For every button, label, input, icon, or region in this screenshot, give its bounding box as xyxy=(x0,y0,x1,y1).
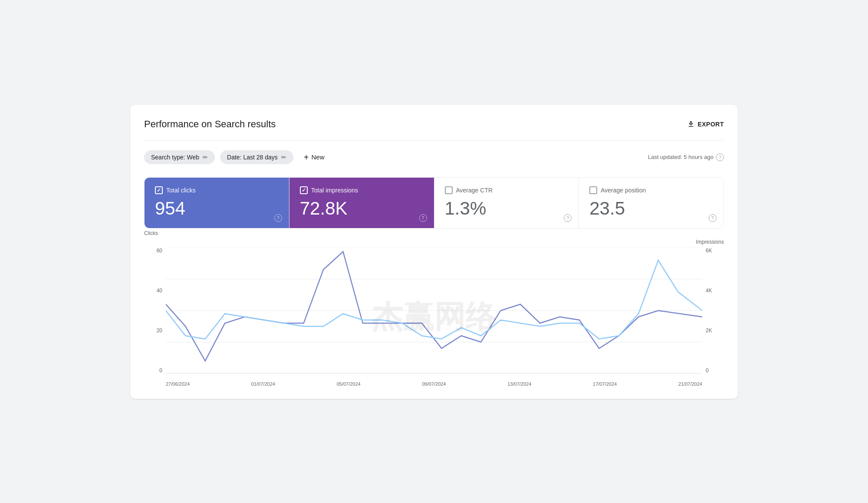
metric-total-clicks[interactable]: ✓ Total clicks 954 ? xyxy=(145,178,289,228)
metric-total-impressions[interactable]: ✓ Total impressions 72.8K ? xyxy=(289,178,434,228)
new-button[interactable]: + New xyxy=(299,149,330,165)
metric-average-position[interactable]: Average position 23.5 ? xyxy=(579,178,723,228)
average-position-value: 23.5 xyxy=(589,199,713,218)
edit-icon: ✏ xyxy=(203,154,208,161)
date-filter[interactable]: Date: Last 28 days ✏ xyxy=(220,150,293,164)
chart-svg xyxy=(166,248,702,374)
chart-area: Clicks Impressions 60 40 20 0 6K 4K 2K 0 xyxy=(144,239,724,387)
export-button[interactable]: EXPORT xyxy=(687,120,724,128)
chart-svg-container xyxy=(166,248,702,374)
average-ctr-help-icon[interactable]: ? xyxy=(564,214,572,222)
metrics-row: ✓ Total clicks 954 ? ✓ Total impressions… xyxy=(144,177,724,228)
x-axis-labels: 27/06/2024 01/07/2024 05/07/2024 09/07/2… xyxy=(166,381,702,387)
last-updated-help-icon[interactable]: ? xyxy=(716,153,724,161)
total-clicks-value: 954 xyxy=(155,199,279,218)
total-clicks-help-icon[interactable]: ? xyxy=(274,214,282,222)
total-impressions-checkbox[interactable]: ✓ xyxy=(300,186,308,194)
right-axis-labels: 6K 4K 2K 0 xyxy=(702,248,724,374)
edit-icon-date: ✏ xyxy=(281,154,286,161)
average-ctr-label: Average CTR xyxy=(456,187,493,194)
average-position-label: Average position xyxy=(601,187,646,194)
page-title: Performance on Search results xyxy=(144,119,276,130)
average-ctr-value: 1.3% xyxy=(445,199,569,218)
average-position-help-icon[interactable]: ? xyxy=(709,214,717,222)
filters-row: Search type: Web ✏ Date: Last 28 days ✏ … xyxy=(144,149,724,165)
search-type-filter[interactable]: Search type: Web ✏ xyxy=(144,150,215,164)
average-position-checkbox[interactable] xyxy=(589,186,597,194)
chart-container: 60 40 20 0 6K 4K 2K 0 xyxy=(144,248,724,387)
total-impressions-help-icon[interactable]: ? xyxy=(419,214,427,222)
last-updated: Last updated: 5 hours ago ? xyxy=(648,153,724,161)
total-impressions-label: Total impressions xyxy=(311,187,358,194)
main-card: Performance on Search results EXPORT Sea… xyxy=(130,105,738,399)
average-ctr-checkbox[interactable] xyxy=(445,186,453,194)
total-impressions-value: 72.8K xyxy=(300,199,424,218)
chart-left-title: Clicks xyxy=(144,230,158,236)
metric-average-ctr[interactable]: Average CTR 1.3% ? xyxy=(434,178,579,228)
plus-icon: + xyxy=(304,153,309,162)
export-icon xyxy=(687,120,695,128)
total-clicks-label: Total clicks xyxy=(166,187,196,194)
left-axis-labels: 60 40 20 0 xyxy=(144,248,166,374)
chart-right-title: Impressions xyxy=(696,239,724,245)
header-divider xyxy=(144,140,724,141)
header-row: Performance on Search results EXPORT xyxy=(144,119,724,130)
total-clicks-checkbox[interactable]: ✓ xyxy=(155,186,163,194)
